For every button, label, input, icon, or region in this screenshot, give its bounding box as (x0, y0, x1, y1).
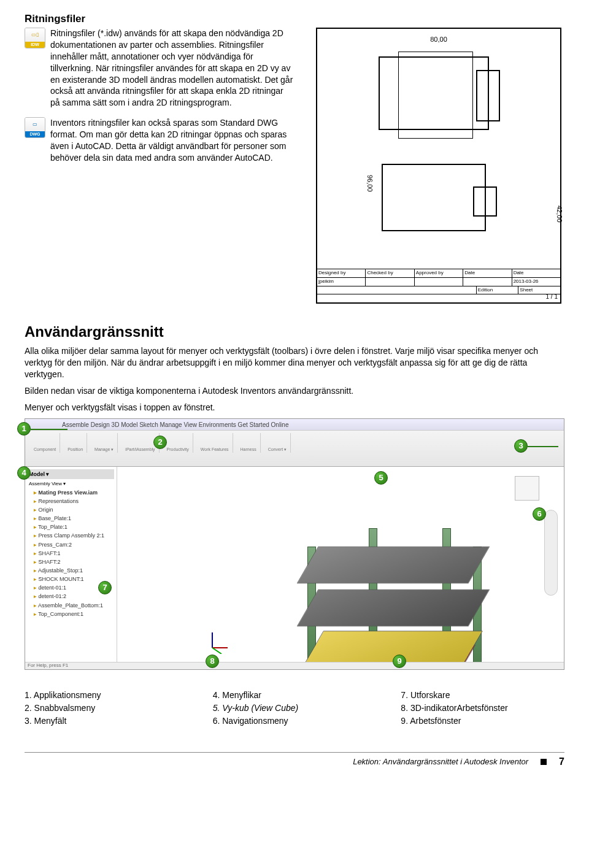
intro-para-2: Bilden nedan visar de viktiga komponente… (25, 385, 564, 397)
sheet-number: 1 / 1 (546, 293, 558, 301)
para-dwg: Inventors ritningsfiler kan också sparas… (50, 117, 294, 164)
legend: 1. Applikationsmeny 2. Snabbvalsmeny 3. … (25, 688, 564, 728)
callout-3: 3 (514, 439, 528, 453)
legend-item: 5. Vy-kub (View Cube) (213, 702, 377, 714)
coordinate-indicator (206, 629, 231, 657)
svg-line-2 (212, 648, 221, 654)
callout-8: 8 (206, 655, 219, 668)
inventor-ui-screenshot: Assemble Design 3D Model Sketch Manage V… (25, 418, 564, 670)
model-browser[interactable]: Model ▾ Assembly View ▾ Mating Press Vie… (25, 467, 117, 662)
legend-item: 3. Menyfält (25, 715, 188, 727)
callout-2: 2 (153, 436, 167, 449)
callout-5: 5 (374, 471, 388, 485)
legend-item: 1. Applikationsmeny (25, 689, 188, 701)
section2-title: Användargränssnitt (25, 322, 564, 342)
dim-right: 42,00 (555, 205, 564, 223)
callout-6: 6 (533, 507, 546, 521)
navigation-bar[interactable] (544, 510, 558, 596)
legend-item: 4. Menyflikar (213, 689, 377, 701)
assembly-model (271, 522, 516, 670)
intro-para-3: Menyer och verktygsfält visas i toppen a… (25, 402, 564, 413)
callout-7: 7 (98, 581, 112, 594)
callout-9: 9 (393, 655, 406, 668)
callout-1: 1 (17, 422, 31, 436)
title-block: Designed by Checked by Approved by Date … (317, 269, 560, 302)
legend-item: 6. Navigationsmeny (213, 715, 377, 727)
intro-para-1: Alla olika miljöer delar samma layout fö… (25, 345, 564, 380)
callout-4: 4 (17, 466, 31, 480)
ribbon-tabs[interactable]: Assemble Design 3D Model Sketch Manage V… (25, 419, 564, 431)
status-bar: For Help, press F1 (25, 662, 564, 669)
graphics-window[interactable] (117, 467, 564, 662)
technical-drawing: 80,00 42,00 96,00 Designed by Checked by… (316, 28, 561, 304)
dim-left: 96,00 (365, 175, 374, 192)
view-cube[interactable] (515, 476, 539, 501)
legend-item: 7. Utforskare (401, 689, 564, 701)
dwg-file-icon: ▭ DWG (25, 117, 45, 138)
para-idw: Ritningsfiler (*.idw) används för att sk… (50, 28, 294, 109)
footer-lesson: Lektion: Användargränssnittet i Autodesk… (353, 756, 528, 767)
dim-top: 80,00 (317, 35, 560, 44)
footer-square-icon (541, 759, 547, 765)
section1-title: Ritningsfiler (25, 12, 564, 26)
page-number: 7 (559, 755, 564, 769)
ribbon[interactable]: Assemble Design 3D Model Sketch Manage V… (25, 419, 564, 467)
legend-item: 9. Arbetsfönster (401, 715, 564, 727)
page-footer: Lektion: Användargränssnittet i Autodesk… (25, 752, 564, 769)
section-ritningsfiler: Ritningsfiler ▭▯ IDW Ritningsfiler (*.id… (25, 12, 564, 304)
idw-file-icon: ▭▯ IDW (25, 28, 45, 48)
legend-item: 8. 3D-indikatorArbetsfönster (401, 702, 564, 714)
legend-item: 2. Snabbvalsmeny (25, 702, 188, 714)
